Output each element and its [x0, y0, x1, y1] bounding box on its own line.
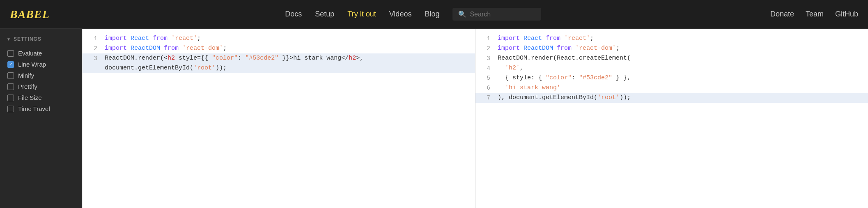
- right-linenum-3: 3: [480, 53, 490, 63]
- right-linenum-2: 2: [480, 44, 490, 53]
- left-line-4: document.getElementById('root'));: [83, 63, 475, 73]
- nav-links: Docs Setup Try it out Videos Blog 🔍: [66, 8, 770, 21]
- minify-checkbox[interactable]: [7, 72, 14, 79]
- search-box[interactable]: 🔍: [452, 8, 541, 21]
- left-linenum-1: 1: [87, 34, 97, 43]
- right-line-4: 4 'h2',: [475, 63, 868, 73]
- right-line-6: 6 'hi stark wang': [475, 83, 868, 93]
- minify-label: Minify: [18, 72, 34, 79]
- sidebar-item-prettify[interactable]: Prettify: [7, 81, 75, 92]
- right-linenum-7: 7: [480, 93, 490, 102]
- evaluate-checkbox[interactable]: [7, 50, 14, 57]
- filesize-label: File Size: [18, 94, 42, 101]
- right-code-5: { style: { "color": "#53cde2" } },: [498, 73, 631, 83]
- nav-donate[interactable]: Donate: [770, 10, 794, 18]
- left-line-3: 3 ReactDOM.render(<h2 style={{ "color": …: [83, 53, 475, 63]
- right-code-panel[interactable]: 1 import React from 'react'; 2 import Re…: [475, 29, 868, 208]
- nav-videos[interactable]: Videos: [389, 10, 412, 18]
- linewrap-label: Line Wrap: [18, 61, 46, 68]
- right-code-7: ), document.getElementById('root'));: [498, 93, 631, 103]
- left-linenum-3: 3: [87, 53, 97, 63]
- main-content: ▼ SETTINGS Evaluate Line Wrap Minify Pre…: [0, 29, 868, 208]
- sidebar-item-minify[interactable]: Minify: [7, 70, 75, 81]
- right-line-7: 7 ), document.getElementById('root'));: [475, 93, 868, 103]
- left-linenum-2: 2: [87, 44, 97, 53]
- nav-team[interactable]: Team: [806, 10, 824, 18]
- right-line-5: 5 { style: { "color": "#53cde2" } },: [475, 73, 868, 83]
- left-code-panel[interactable]: 1 import React from 'react'; 2 import Re…: [82, 29, 475, 208]
- right-code-4: 'h2',: [498, 63, 524, 73]
- timetravel-checkbox[interactable]: [7, 106, 14, 112]
- left-linenum-4: [87, 63, 97, 64]
- search-icon: 🔍: [458, 10, 466, 18]
- right-linenum-6: 6: [480, 83, 490, 92]
- right-code-3: ReactDOM.render(React.createElement(: [498, 53, 631, 63]
- navbar: BABEL Docs Setup Try it out Videos Blog …: [0, 0, 868, 29]
- nav-docs[interactable]: Docs: [285, 10, 302, 18]
- linewrap-checkbox[interactable]: [7, 61, 14, 68]
- right-linenum-4: 4: [480, 63, 490, 73]
- left-code-4: document.getElementById('root'));: [105, 63, 227, 73]
- nav-setup[interactable]: Setup: [315, 10, 334, 18]
- left-code-1: import React from 'react';: [105, 34, 201, 44]
- prettify-label: Prettify: [18, 83, 37, 90]
- sidebar-item-evaluate[interactable]: Evaluate: [7, 48, 75, 59]
- timetravel-label: Time Travel: [18, 105, 50, 112]
- right-linenum-5: 5: [480, 73, 490, 83]
- evaluate-label: Evaluate: [18, 50, 42, 57]
- right-code-1: import React from 'react';: [498, 34, 594, 44]
- right-line-3: 3 ReactDOM.render(React.createElement(: [475, 53, 868, 63]
- nav-try-it-out[interactable]: Try it out: [347, 10, 376, 18]
- right-line-2: 2 import ReactDOM from 'react-dom';: [475, 44, 868, 53]
- sidebar-section-title: ▼ SETTINGS: [7, 36, 75, 42]
- sidebar-item-filesize[interactable]: File Size: [7, 92, 75, 103]
- left-code-3: ReactDOM.render(<h2 style={{ "color": "#…: [105, 53, 363, 63]
- logo: BABEL: [10, 8, 50, 21]
- sidebar-item-timetravel[interactable]: Time Travel: [7, 103, 75, 114]
- right-code-6: 'hi stark wang': [498, 83, 560, 93]
- right-code-2: import ReactDOM from 'react-dom';: [498, 44, 620, 53]
- right-linenum-1: 1: [480, 34, 490, 43]
- nav-right: Donate Team GitHub: [770, 10, 858, 18]
- chevron-down-icon: ▼: [7, 37, 11, 42]
- left-line-2: 2 import ReactDOM from 'react-dom';: [83, 44, 475, 53]
- left-code-2: import ReactDOM from 'react-dom';: [105, 44, 227, 53]
- search-input[interactable]: [470, 11, 535, 18]
- right-line-1: 1 import React from 'react';: [475, 34, 868, 44]
- filesize-checkbox[interactable]: [7, 95, 14, 101]
- settings-sidebar: ▼ SETTINGS Evaluate Line Wrap Minify Pre…: [0, 29, 82, 208]
- left-line-1: 1 import React from 'react';: [83, 34, 475, 44]
- settings-label: SETTINGS: [14, 36, 41, 42]
- nav-blog[interactable]: Blog: [425, 10, 439, 18]
- nav-github[interactable]: GitHub: [835, 10, 858, 18]
- prettify-checkbox[interactable]: [7, 83, 14, 90]
- code-panels: 1 import React from 'react'; 2 import Re…: [82, 29, 868, 208]
- sidebar-item-linewrap[interactable]: Line Wrap: [7, 59, 75, 70]
